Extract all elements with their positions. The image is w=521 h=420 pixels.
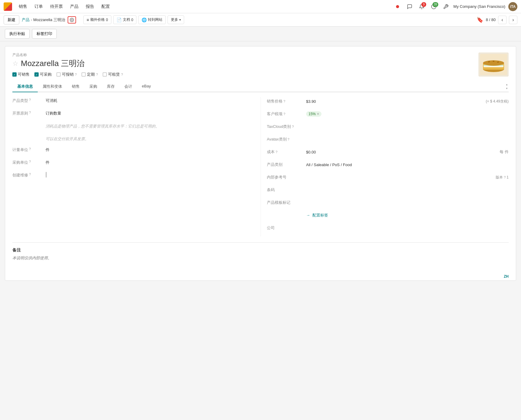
rentable-check-icon (103, 72, 107, 77)
company-name[interactable]: My Company (San Francisco) (453, 4, 505, 9)
tab-inventory[interactable]: 库存 (102, 81, 120, 92)
version-help-icon[interactable]: ? (504, 175, 506, 179)
breadcrumb-parent[interactable]: 产品 (22, 17, 30, 23)
website-label: 转到网站 (148, 17, 162, 22)
avatar[interactable]: iTA (508, 2, 517, 11)
next-page-button[interactable]: › (509, 16, 517, 24)
notes-textarea[interactable] (12, 255, 509, 273)
nav-sales[interactable]: 销售 (16, 2, 30, 11)
website-button[interactable]: 🌐 转到网站 (138, 15, 166, 24)
extra-price-count: 0 (106, 18, 108, 22)
nav-invoices[interactable]: 待开票 (47, 2, 66, 11)
tab-ebay[interactable]: eBay (137, 81, 156, 92)
docs-button[interactable]: 📄 文档 0 (113, 15, 137, 24)
notes-lang-badge[interactable]: ZH (504, 274, 509, 279)
uom-row: 计量单位 ? 件 (12, 146, 248, 155)
create-repair-help-icon[interactable]: ? (29, 172, 31, 176)
globe-icon: 🌐 (142, 17, 147, 22)
create-repair-check-icon[interactable] (46, 172, 47, 178)
tab-sales[interactable]: 销售 (67, 81, 85, 92)
internal-ref-row: 内部参考号 版本 ? 1 (267, 173, 509, 182)
checkbox-recurring[interactable]: 定期 ? (82, 72, 98, 77)
cost-row: 成本 ? $0.00 每 件 (267, 148, 509, 156)
recurring-check-icon (82, 72, 86, 77)
extra-price-button[interactable]: ≡ 额外价格 0 (83, 15, 111, 24)
expense-help-icon[interactable]: ? (75, 73, 77, 76)
template-tags-row: 产品模板标记 (267, 198, 509, 207)
cost-label: 成本 ? (267, 149, 306, 155)
bell-icon[interactable]: 9 (417, 2, 426, 11)
recurring-help-icon[interactable]: ? (96, 73, 98, 76)
chat-icon[interactable] (405, 2, 414, 11)
execute-supplement-button[interactable]: 执行补贴 (5, 29, 30, 39)
configure-link-row: → 配置标签 (267, 211, 509, 219)
category-value[interactable]: All / Saleable / PoS / Food (306, 163, 509, 167)
cost-value[interactable]: $0.00 (306, 150, 495, 154)
page-number: 8 / 80 (486, 17, 496, 22)
gear-settings-button[interactable] (68, 16, 76, 24)
configure-tags-link[interactable]: → 配置标签 (306, 213, 328, 217)
tab-accounting[interactable]: 会计 (120, 81, 137, 92)
more-button[interactable]: 更多 ▾ (168, 15, 184, 24)
sale-price-row: 销售价格 ? $3.90 (= $ 4.49含税) (267, 97, 509, 106)
consumable-note-row: 消耗品是物理产品，您不需要管理其库存水平：它们总是可用的。可以在交付前开具发票。 (12, 122, 248, 142)
checkbox-expense[interactable]: 可报销 ? (56, 72, 77, 77)
prev-page-button[interactable]: ‹ (498, 16, 507, 24)
barcode-row: 条码 (267, 186, 509, 194)
more-label: 更多 (171, 17, 178, 22)
uom-help-icon[interactable]: ? (29, 147, 31, 151)
configure-link[interactable]: → 配置标签 (306, 213, 509, 218)
avatax-help-icon[interactable]: ? (288, 137, 289, 141)
invoice-policy-value[interactable]: 订购数量 (46, 110, 248, 116)
create-repair-checkbox[interactable] (46, 172, 248, 177)
sale-price-help-icon[interactable]: ? (283, 99, 285, 103)
purchase-uom-value[interactable]: 件 (46, 159, 248, 165)
nav-products[interactable]: 产品 (67, 2, 82, 11)
taxcloud-row: TaxCloud类别 ? (267, 122, 509, 131)
purchase-uom-help-icon[interactable]: ? (29, 160, 31, 163)
nav-settings[interactable]: 配置 (98, 2, 113, 11)
checkbox-rentable[interactable]: 可租赁 ? (103, 72, 123, 77)
product-title[interactable]: Mozzarella 三明治 (21, 58, 85, 69)
breadcrumb-separator: › (31, 17, 32, 22)
breadcrumb: 产品 › Mozzarella 三明治 (22, 17, 65, 23)
sale-price-value[interactable]: $3.90 (306, 99, 483, 104)
rentable-help-icon[interactable]: ? (121, 73, 123, 76)
product-tabs: 基本信息 属性和变体 销售 采购 库存 会计 eBay ▲ ▼ (12, 81, 509, 92)
taxcloud-help-icon[interactable]: ? (292, 125, 294, 128)
customer-tax-value[interactable]: 15% × (306, 111, 509, 117)
label-print-button[interactable]: 标签打印 (32, 29, 57, 39)
invoice-policy-label: 开票原则 ? (12, 110, 46, 116)
tools-icon[interactable] (441, 2, 450, 11)
checkbox-purchasable[interactable]: 可采购 (34, 72, 52, 77)
clock-icon[interactable]: 39 (429, 2, 438, 11)
product-type-value[interactable]: 可消耗 (46, 97, 248, 103)
form-right-column: 销售价格 ? $3.90 (= $ 4.49含税) 客户税项 ? 15% (260, 97, 509, 236)
favorite-star-icon[interactable]: ☆ (12, 60, 18, 68)
new-button[interactable]: 新建 (4, 15, 19, 24)
more-chevron-icon: ▾ (179, 18, 181, 21)
tab-purchase[interactable]: 采购 (85, 81, 102, 92)
company-row: 公司 (267, 224, 509, 232)
product-image[interactable] (478, 52, 509, 77)
nav-reports[interactable]: 报告 (83, 2, 97, 11)
svg-point-1 (71, 19, 72, 21)
product-type-help-icon[interactable]: ? (29, 98, 31, 102)
tab-basic-info[interactable]: 基本信息 (12, 81, 38, 92)
tax-tag-remove-icon[interactable]: × (317, 112, 319, 116)
product-checkboxes: 可销售 可采购 可报销 ? 定期 ? 可租赁 ? (12, 72, 509, 77)
app-logo[interactable] (4, 2, 12, 11)
checkbox-saleable[interactable]: 可销售 (12, 72, 30, 77)
tab-attributes[interactable]: 属性和变体 (38, 81, 67, 92)
bookmark-icon[interactable]: 🔖 (477, 17, 483, 23)
toolbar-actions: ≡ 额外价格 0 📄 文档 0 🌐 转到网站 更多 ▾ (83, 15, 184, 24)
dot-status-icon[interactable] (393, 2, 402, 11)
tax-tag-badge[interactable]: 15% × (306, 111, 321, 117)
cost-per-unit: 每 件 (500, 149, 509, 155)
nav-orders[interactable]: 订单 (31, 2, 46, 11)
customer-tax-help-icon[interactable]: ? (283, 112, 285, 116)
version-value[interactable]: 1 (507, 175, 509, 179)
invoice-policy-help-icon[interactable]: ? (29, 111, 31, 114)
cost-help-icon[interactable]: ? (276, 150, 277, 154)
uom-value[interactable]: 件 (46, 146, 248, 153)
